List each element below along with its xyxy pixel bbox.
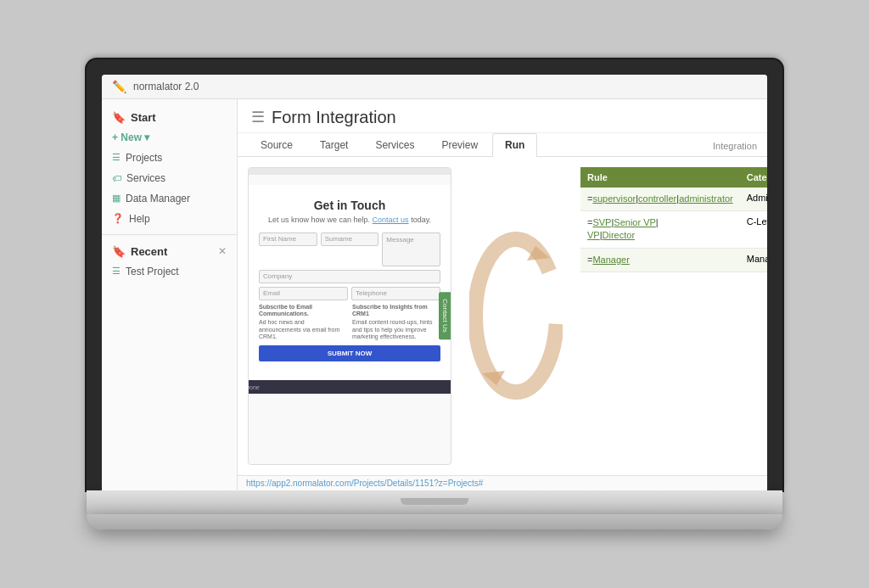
rule-cell-1: =supervisor|controller|administrator — [580, 188, 740, 211]
first-name-input[interactable]: First Name — [259, 232, 317, 246]
form-footer-text: Done — [248, 384, 260, 390]
test-project-label: Test Project — [126, 266, 179, 277]
sidebar-divider — [102, 234, 237, 235]
screen-bezel: ✏️ normalator 2.0 🔖 Start + New ▾ ☰ — [87, 59, 782, 490]
checkbox2-text: Email content round-ups, hints and tips … — [352, 319, 440, 340]
tab-bar: Source Target Services Preview — [238, 133, 767, 157]
form-footer: Done — [248, 380, 451, 394]
start-label: Start — [131, 111, 156, 124]
rule-cell-3: =Manager — [580, 248, 740, 272]
app-layout: 🔖 Start + New ▾ ☰ Projects 🏷 Services — [102, 99, 767, 490]
contact-link[interactable]: Contact us — [373, 216, 409, 224]
checkbox1-text: Ad hoc news and announcements via email … — [259, 319, 347, 340]
page-header: ☰ Form Integration — [238, 99, 767, 133]
page-title: ☰ Form Integration — [251, 108, 396, 127]
data-manager-label: Data Manager — [126, 193, 190, 204]
sidebar-item-data-manager[interactable]: ▦ Data Manager — [102, 188, 237, 209]
table-row: =Manager Manager 2 — [580, 248, 767, 272]
projects-label: Projects — [126, 152, 162, 164]
tab-run[interactable]: Run — [492, 133, 537, 157]
rule-link-director[interactable]: Director — [603, 230, 636, 240]
laptop-base — [87, 490, 782, 514]
laptop-shell: ✏️ normalator 2.0 🔖 Start + New ▾ ☰ — [87, 59, 782, 529]
submit-button[interactable]: SUBMIT NOW — [259, 345, 440, 361]
rule-link-supervisor[interactable]: supervisor — [592, 193, 636, 204]
rule-link-svp[interactable]: SVP — [592, 217, 611, 227]
page-title-text: Form Integration — [272, 108, 396, 127]
rule-text-2: =SVP|Senior VP|VP|Director — [587, 217, 659, 240]
form-row-name: First Name Surname Message — [259, 232, 440, 266]
services-label: Services — [126, 172, 165, 184]
tab-services[interactable]: Services — [362, 133, 427, 156]
data-manager-icon: ▦ — [112, 193, 121, 204]
recent-icon: 🔖 — [112, 245, 126, 258]
rule-link-controller[interactable]: controller — [638, 193, 676, 204]
sidebar-item-test-project[interactable]: ☰ Test Project — [102, 261, 237, 282]
company-input[interactable]: Company — [259, 270, 440, 283]
tab-preview[interactable]: Preview — [429, 133, 491, 156]
email-input[interactable]: Email — [259, 287, 348, 300]
rule-text-1: =supervisor|controller|administrator — [587, 193, 733, 204]
new-button[interactable]: + New ▾ — [102, 127, 237, 148]
table-row: =SVP|Senior VP|VP|Director C-Level 1 — [580, 210, 767, 248]
projects-icon: ☰ — [112, 152, 121, 163]
form-preview: Get in Touch Let us know how we can help… — [248, 167, 451, 465]
form-row-contact: Email Telephone — [259, 287, 440, 300]
telephone-input[interactable]: Telephone — [351, 287, 440, 300]
rule-text-3: =Manager — [587, 255, 630, 265]
form-header-bar — [248, 167, 451, 175]
category-cell-1: Administrator — [740, 188, 767, 211]
dot-green — [266, 167, 272, 168]
rule-cell-2: =SVP|Senior VP|VP|Director — [580, 210, 740, 248]
tab-source[interactable]: Source — [248, 133, 306, 156]
laptop-screen: ✏️ normalator 2.0 🔖 Start + New ▾ ☰ — [102, 75, 767, 490]
rules-table: Rule Category P — [580, 167, 767, 273]
form-row-company: Company — [259, 270, 440, 283]
help-icon: ❓ — [112, 213, 124, 224]
status-url: https://app2.normalator.com/Projects/Det… — [246, 479, 483, 488]
status-bar: https://app2.normalator.com/Projects/Det… — [238, 475, 767, 490]
rule-link-manager[interactable]: Manager — [592, 255, 629, 265]
checkbox1-label: Subscribe to Email Communications. — [259, 304, 347, 318]
category-cell-3: Manager — [740, 248, 767, 272]
laptop-bottom — [87, 514, 782, 529]
contact-us-tab[interactable]: Contact Us — [439, 292, 451, 339]
table-header-row: Rule Category P — [580, 167, 767, 188]
sidebar-item-projects[interactable]: ☰ Projects — [102, 148, 237, 168]
dot-red — [248, 167, 252, 168]
col-rule-header: Rule — [580, 167, 740, 188]
page-title-icon: ☰ — [251, 108, 265, 126]
start-section: 🔖 Start — [102, 106, 237, 127]
recent-close-button[interactable]: ✕ — [218, 245, 227, 257]
checkbox2[interactable]: Subscribe to Insights from CRM1 Email co… — [352, 304, 440, 341]
content-area: Get in Touch Let us know how we can help… — [238, 157, 767, 475]
cycle-graphic — [465, 167, 567, 465]
last-name-input[interactable]: Surname — [321, 232, 379, 246]
main-content: ☰ Form Integration Source Target — [238, 99, 767, 490]
rule-link-administrator[interactable]: administrator — [679, 193, 733, 204]
form-subtitle: Let us know how we can help. Contact us … — [259, 216, 440, 224]
start-icon: 🔖 — [112, 111, 126, 124]
services-icon: 🏷 — [112, 173, 121, 183]
help-label: Help — [129, 213, 150, 225]
checkbox1[interactable]: Subscribe to Email Communications. Ad ho… — [259, 304, 347, 341]
rule-link-senior-vp[interactable]: Senior VP — [614, 217, 656, 227]
new-label: + New ▾ — [112, 132, 149, 143]
recent-label: Recent — [131, 245, 167, 258]
form-checkboxes: Subscribe to Email Communications. Ad ho… — [259, 304, 440, 341]
tab-integration[interactable]: Integration — [713, 136, 757, 156]
sidebar-item-help[interactable]: ❓ Help — [102, 209, 237, 229]
app-icon: ✏️ — [112, 80, 126, 93]
category-cell-2: C-Level — [740, 210, 767, 248]
rule-link-vp[interactable]: VP — [587, 230, 600, 240]
recent-title: 🔖 Recent — [112, 245, 167, 258]
message-input[interactable]: Message — [382, 232, 440, 266]
sidebar: 🔖 Start + New ▾ ☰ Projects 🏷 Services — [102, 99, 238, 490]
form-title: Get in Touch — [259, 199, 440, 212]
col-category-header: Category — [740, 167, 767, 188]
form-inner: Get in Touch Let us know how we can help… — [249, 185, 451, 381]
tab-target[interactable]: Target — [307, 133, 361, 156]
svg-point-0 — [475, 239, 557, 392]
dot-yellow — [255, 167, 262, 168]
sidebar-item-services[interactable]: 🏷 Services — [102, 168, 237, 188]
